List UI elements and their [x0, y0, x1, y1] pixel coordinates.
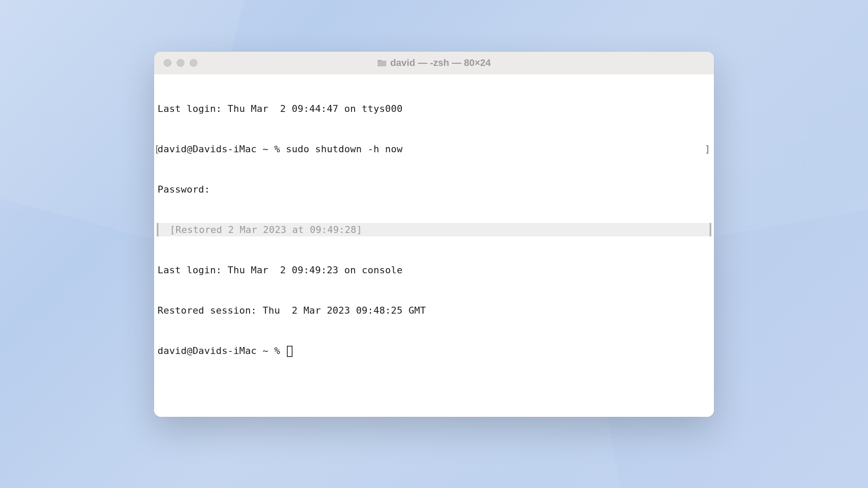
- divider-icon: [157, 223, 158, 236]
- window-title-text: david — -zsh — 80×24: [390, 57, 491, 69]
- terminal-line: david@Davids-iMac ~ %: [157, 344, 711, 357]
- prompt-text: david@Davids-iMac ~ %: [158, 144, 286, 154]
- terminal-line: Last login: Thu Mar 2 09:44:47 on ttys00…: [157, 102, 711, 115]
- titlebar[interactable]: david — -zsh — 80×24: [154, 52, 714, 74]
- command-text: sudo shutdown -h now: [286, 144, 403, 154]
- terminal-line: david@Davids-iMac ~ % sudo shutdown -h n…: [157, 142, 711, 156]
- terminal-line: Password:: [157, 183, 711, 196]
- terminal-line: Restored session: Thu 2 Mar 2023 09:48:2…: [157, 304, 711, 317]
- window-title: david — -zsh — 80×24: [154, 57, 714, 69]
- prompt-text: david@Davids-iMac ~ %: [158, 345, 286, 356]
- divider-icon: [710, 223, 711, 236]
- terminal-line: Last login: Thu Mar 2 09:49:23 on consol…: [157, 263, 711, 277]
- restored-banner: [Restored 2 Mar 2023 at 09:49:28]: [157, 223, 711, 236]
- cursor-icon: [287, 346, 293, 357]
- terminal-content[interactable]: Last login: Thu Mar 2 09:44:47 on ttys00…: [154, 74, 714, 417]
- traffic-lights: [154, 59, 197, 67]
- restored-text: [Restored 2 Mar 2023 at 09:49:28]: [157, 223, 362, 236]
- maximize-button[interactable]: [190, 59, 197, 67]
- close-button[interactable]: [164, 59, 171, 67]
- terminal-window: david — -zsh — 80×24 Last login: Thu Mar…: [154, 52, 714, 417]
- minimize-button[interactable]: [177, 59, 184, 67]
- folder-icon: [377, 59, 387, 67]
